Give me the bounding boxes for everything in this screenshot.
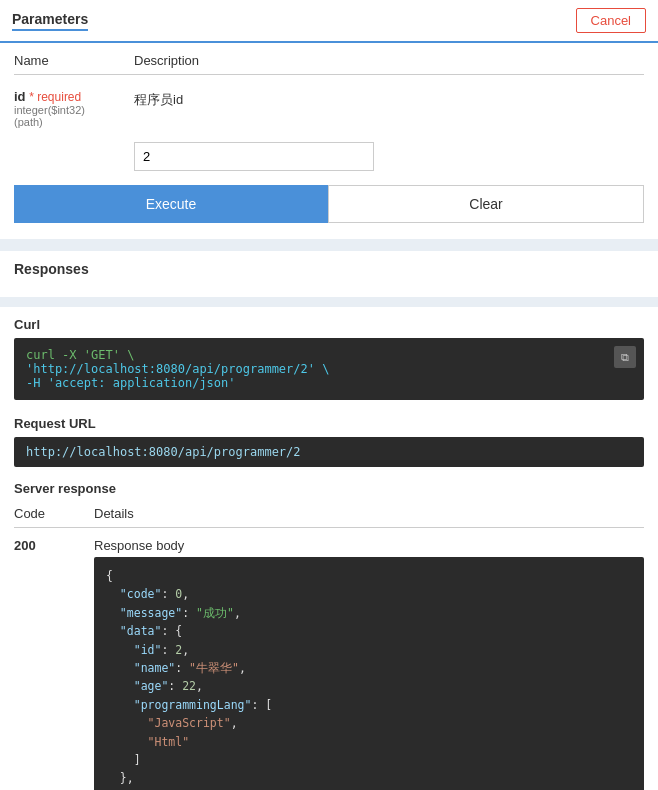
curl-line2: 'http://localhost:8080/api/programmer/2'… (26, 362, 632, 376)
divider-2 (0, 297, 658, 307)
param-path-label: (path) (14, 116, 134, 128)
json-id-field: "id": 2, (106, 641, 632, 659)
param-id-input[interactable] (134, 142, 374, 171)
json-line-open: { (106, 567, 632, 585)
response-json-block: { "code": 0, "message": "成功", "data": { … (94, 557, 644, 790)
execute-button[interactable]: Execute (14, 185, 328, 223)
cancel-button[interactable]: Cancel (576, 8, 646, 33)
curl-label: Curl (14, 317, 644, 332)
request-url-value: http://localhost:8080/api/programmer/2 (14, 437, 644, 467)
col-name-header: Name (14, 53, 134, 68)
param-info: id * required integer($int32) (path) (14, 89, 134, 128)
clear-button[interactable]: Clear (328, 185, 644, 223)
json-data-close: }, (106, 769, 632, 787)
param-input-wrapper (134, 142, 644, 171)
curl-code-block: curl -X 'GET' \ 'http://localhost:8080/a… (14, 338, 644, 400)
curl-line3: -H 'accept: application/json' (26, 376, 632, 390)
page-title: Parameters (12, 11, 88, 31)
param-name: id * required (14, 89, 134, 104)
top-bar: Parameters Cancel (0, 0, 658, 43)
server-response-label: Server response (14, 481, 644, 496)
curl-copy-icon[interactable]: ⧉ (614, 346, 636, 368)
action-buttons: Execute Clear (14, 185, 644, 223)
json-message-field: "message": "成功", (106, 604, 632, 622)
json-lang-field: "programmingLang": [ (106, 696, 632, 714)
col-details-header: Details (94, 506, 134, 521)
param-required-label: * required (29, 90, 81, 104)
json-code-field: "code": 0, (106, 585, 632, 603)
param-type: integer($int32) (14, 104, 134, 116)
col-code-header: Code (14, 506, 94, 521)
curl-section: Curl curl -X 'GET' \ 'http://localhost:8… (0, 307, 658, 410)
json-data-field: "data": { (106, 622, 632, 640)
response-row: 200 Response body { "code": 0, "message"… (14, 532, 644, 790)
json-age-field: "age": 22, (106, 677, 632, 695)
param-row-id: id * required integer($int32) (path) 程序员… (14, 83, 644, 134)
json-name-field: "name": "牛翠华", (106, 659, 632, 677)
responses-title: Responses (14, 261, 644, 277)
json-lang-close: ] (106, 751, 632, 769)
param-description: 程序员id (134, 89, 644, 109)
json-lang-js: "JavaScript", (106, 714, 632, 732)
server-response-section: Server response Code Details 200 Respons… (0, 475, 658, 790)
param-name-label: id (14, 89, 26, 104)
params-table-header: Name Description (14, 53, 644, 75)
request-url-section: Request URL http://localhost:8080/api/pr… (0, 410, 658, 475)
request-url-label: Request URL (14, 416, 644, 431)
col-description-header: Description (134, 53, 199, 68)
params-section: Name Description id * required integer($… (0, 43, 658, 239)
code-details-header: Code Details (14, 502, 644, 528)
response-code: 200 (14, 538, 94, 553)
response-body-label: Response body (94, 538, 644, 553)
curl-line1: curl -X 'GET' \ (26, 348, 632, 362)
response-body-container: Response body { "code": 0, "message": "成… (94, 538, 644, 790)
json-lang-html: "Html" (106, 733, 632, 751)
divider-1 (0, 239, 658, 251)
responses-section: Responses (0, 251, 658, 297)
